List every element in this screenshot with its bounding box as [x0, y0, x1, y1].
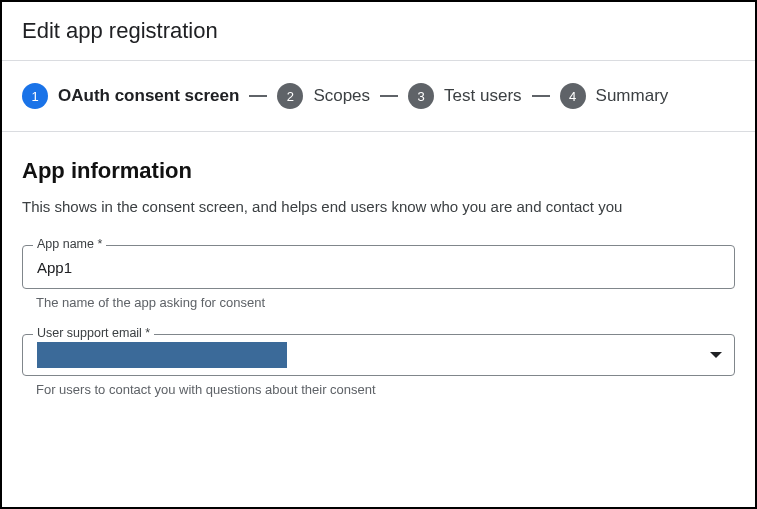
support-email-field-wrapper: User support email * For users to contac… [22, 334, 735, 397]
step-oauth-consent[interactable]: 1 OAuth consent screen [22, 83, 239, 109]
support-email-label: User support email * [33, 326, 154, 340]
app-name-field-wrapper: App name * The name of the app asking fo… [22, 245, 735, 310]
support-email-helper: For users to contact you with questions … [22, 382, 735, 397]
step-test-users[interactable]: 3 Test users [408, 83, 521, 109]
section-description: This shows in the consent screen, and he… [22, 196, 735, 219]
step-divider [249, 95, 267, 97]
step-label-oauth-consent: OAuth consent screen [58, 86, 239, 106]
app-name-input[interactable] [23, 246, 734, 288]
stepper: 1 OAuth consent screen 2 Scopes 3 Test u… [2, 61, 755, 132]
app-name-label: App name * [33, 237, 106, 251]
support-email-select[interactable] [23, 335, 734, 375]
step-number-4: 4 [560, 83, 586, 109]
section-title: App information [22, 158, 735, 184]
page-title: Edit app registration [22, 18, 735, 44]
step-summary[interactable]: 4 Summary [560, 83, 669, 109]
step-number-3: 3 [408, 83, 434, 109]
content-area: App information This shows in the consen… [2, 132, 755, 507]
page-header: Edit app registration [2, 2, 755, 61]
step-number-1: 1 [22, 83, 48, 109]
step-scopes[interactable]: 2 Scopes [277, 83, 370, 109]
step-divider [532, 95, 550, 97]
step-number-2: 2 [277, 83, 303, 109]
step-divider [380, 95, 398, 97]
step-label-test-users: Test users [444, 86, 521, 106]
step-label-summary: Summary [596, 86, 669, 106]
support-email-value-redacted [37, 342, 287, 368]
app-name-field-outline: App name * [22, 245, 735, 289]
support-email-field-outline: User support email * [22, 334, 735, 376]
step-label-scopes: Scopes [313, 86, 370, 106]
app-name-helper: The name of the app asking for consent [22, 295, 735, 310]
chevron-down-icon [710, 352, 722, 358]
